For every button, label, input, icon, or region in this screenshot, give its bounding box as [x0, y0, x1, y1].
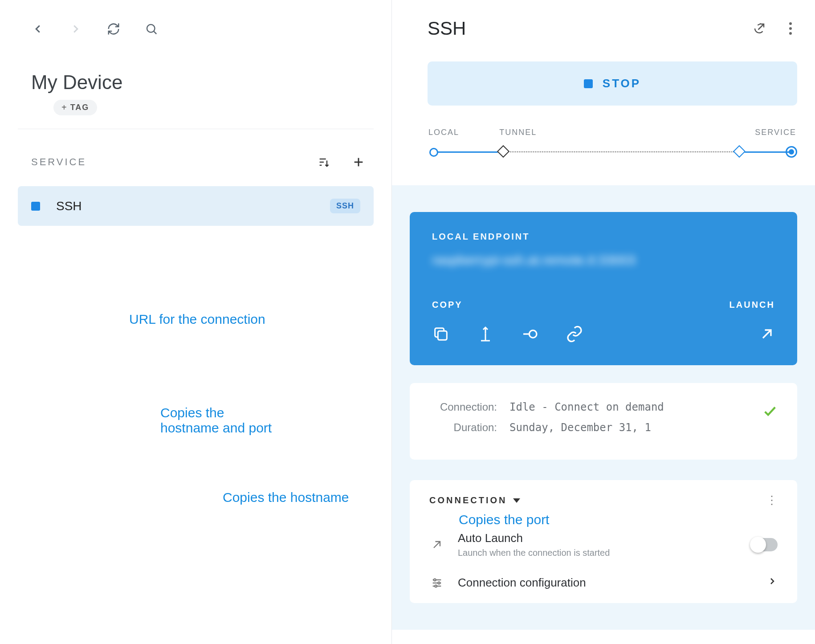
add-service-icon[interactable]	[352, 156, 365, 168]
svg-point-0	[147, 24, 155, 33]
duration-key: Duration:	[429, 421, 509, 434]
service-heading: SERVICE	[31, 156, 86, 168]
auto-launch-toggle[interactable]	[751, 538, 778, 551]
launch-label: LAUNCH	[729, 300, 775, 310]
connection-settings-card: CONNECTION ⋮ Auto Launch Launch when the…	[410, 480, 797, 603]
connection-kebab-icon[interactable]: ⋮	[766, 493, 778, 507]
svg-line-11	[763, 330, 771, 338]
stop-button[interactable]: STOP	[428, 61, 797, 106]
refresh-icon[interactable]	[107, 22, 120, 36]
plus-icon: +	[61, 102, 68, 113]
timeline-node-local	[429, 148, 438, 157]
chevron-down-icon	[513, 498, 520, 503]
auto-launch-title: Auto Launch	[458, 531, 610, 545]
timeline-tunnel-label: TUNNEL	[499, 128, 537, 137]
divider	[18, 129, 374, 129]
auto-launch-row: Auto Launch Launch when the connection i…	[429, 522, 778, 567]
copy-hostname-icon[interactable]	[477, 325, 494, 343]
service-row-ssh[interactable]: SSH SSH	[18, 186, 374, 226]
timeline-node-service	[786, 146, 797, 158]
page-title: SSH	[428, 18, 466, 39]
connection-info-card: Connection: Idle - Connect on demand Dur…	[410, 383, 797, 460]
check-icon	[762, 404, 778, 422]
stop-label: STOP	[603, 77, 641, 90]
connection-config-title: Connection configuration	[458, 576, 586, 590]
auto-launch-subtitle: Launch when the connection is started	[458, 548, 610, 558]
endpoint-card: LOCAL ENDPOINT raspberrypi-ssh.at.remote…	[410, 212, 797, 365]
svg-point-16	[434, 579, 436, 581]
timeline-service-label: SERVICE	[755, 128, 796, 137]
copy-label: COPY	[432, 300, 463, 310]
stop-icon	[584, 79, 593, 88]
back-icon[interactable]	[31, 22, 45, 36]
sort-icon[interactable]	[318, 156, 330, 168]
svg-line-12	[434, 542, 440, 548]
timeline-local-label: LOCAL	[428, 128, 459, 137]
nav-icons	[18, 9, 374, 53]
copy-link-icon[interactable]	[566, 325, 583, 343]
left-pane: My Device + TAG SERVICE SSH SSH	[0, 0, 392, 644]
svg-rect-7	[438, 331, 447, 340]
copy-hostname-port-icon[interactable]	[432, 325, 450, 343]
connection-section-heading[interactable]: CONNECTION	[429, 495, 520, 505]
tag-label: TAG	[70, 103, 90, 112]
connection-key: Connection:	[429, 401, 509, 413]
service-header: SERVICE	[18, 156, 374, 186]
forward-icon	[69, 22, 82, 36]
connection-config-row[interactable]: Connection configuration	[429, 567, 778, 599]
service-name: SSH	[56, 199, 330, 213]
add-tag-button[interactable]: + TAG	[53, 100, 97, 115]
share-icon[interactable]	[753, 22, 766, 35]
svg-point-9	[529, 330, 537, 338]
kebab-menu-icon[interactable]	[784, 22, 797, 35]
endpoint-label: LOCAL ENDPOINT	[432, 232, 775, 242]
svg-line-1	[154, 32, 157, 34]
timeline-node-tunnel-start	[497, 145, 509, 158]
service-type-badge: SSH	[330, 199, 360, 213]
svg-point-18	[435, 585, 437, 587]
status-indicator-icon	[31, 202, 40, 211]
connection-value: Idle - Connect on demand	[509, 401, 664, 413]
right-pane: SSH STOP LOCAL TUNNEL SERVICE	[392, 0, 815, 644]
duration-value: Sunday, December 31, 1	[509, 421, 651, 434]
svg-point-17	[438, 582, 440, 584]
chevron-right-icon	[767, 576, 778, 590]
arrow-up-right-icon	[429, 538, 444, 551]
sliders-icon	[429, 577, 444, 589]
search-icon[interactable]	[145, 22, 158, 36]
details-panel: LOCAL ENDPOINT raspberrypi-ssh.at.remote…	[392, 185, 815, 630]
copy-port-icon[interactable]	[521, 325, 539, 343]
connection-timeline: LOCAL TUNNEL SERVICE	[428, 128, 797, 172]
launch-icon[interactable]	[759, 326, 775, 342]
endpoint-url: raspberrypi-ssh.at.remote.it:33003	[432, 253, 775, 269]
device-title: My Device	[18, 53, 374, 100]
right-header: SSH	[428, 18, 797, 61]
timeline-node-tunnel-end	[733, 145, 746, 158]
